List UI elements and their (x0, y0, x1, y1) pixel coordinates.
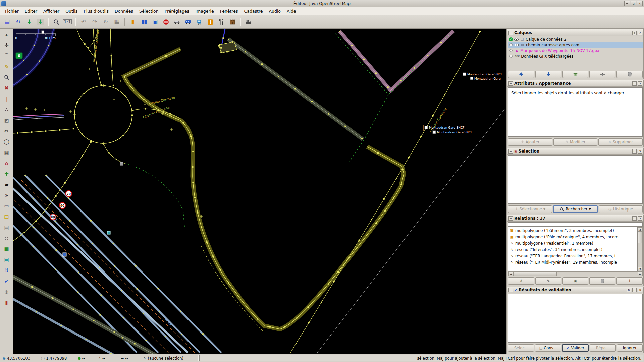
undo-tool-button[interactable]: ↶ (78, 17, 89, 27)
menu-donnees[interactable]: Données (112, 8, 136, 15)
eye-icon[interactable] (515, 43, 519, 47)
menu-selection[interactable]: Sélection (136, 8, 162, 15)
relation-item[interactable]: ▣multipolygone ("bâtiment", 3 membres, i… (508, 227, 637, 234)
layer-up-button[interactable] (508, 71, 534, 78)
layer-row-waypoints[interactable]: ▲ Marqueurs de Waypoints_15-NOV-17.gpx (508, 48, 643, 53)
delete-attribute-button[interactable]: ✕Supprimer (598, 138, 643, 146)
validate-tool-button[interactable]: ✔ (2, 276, 12, 286)
grid-tool-button[interactable]: ▦ (112, 17, 122, 27)
zoom-tool-button[interactable] (2, 72, 12, 82)
layer-row-gpx[interactable]: GPX Données GPX téléchargées (508, 53, 643, 59)
improve-accuracy-tool-button[interactable]: ∴ (2, 105, 12, 114)
relation-item[interactable]: ∿réseau ("TER Languedoc-Roussillon", 17 … (508, 253, 637, 259)
factory-preset-button[interactable] (244, 17, 254, 27)
scroll-right-icon[interactable]: ▶ (638, 272, 642, 276)
updown-tool-button[interactable]: ⇅ (2, 265, 12, 275)
menu-plus-outils[interactable]: Plus d'outils (80, 8, 112, 15)
stick-icon[interactable]: ▫ (632, 149, 637, 154)
relation-item[interactable]: ∿réseau ("Intercités", 34 membres, incom… (508, 246, 637, 253)
relation-item[interactable]: ⌂multipolygone ("residentiel", 1 membre) (508, 240, 637, 246)
scroll-up-button[interactable]: ▲ (2, 29, 12, 39)
refresh-icon[interactable]: ↻ (627, 288, 631, 292)
radio-icon[interactable] (509, 43, 513, 46)
more-tools-button[interactable]: » (2, 190, 12, 200)
car-preset-button[interactable] (172, 17, 182, 27)
download-gps-button[interactable]: ↓ (35, 17, 45, 27)
select-tool-button[interactable]: ✛ (2, 40, 12, 50)
validation-results-list[interactable] (508, 294, 643, 343)
edit-attribute-button[interactable]: ✎Modifier (553, 138, 598, 146)
radio-icon[interactable] (509, 55, 513, 58)
merge-layer-button[interactable] (562, 71, 589, 78)
note-tool-button[interactable]: ▤ (2, 212, 12, 222)
ignore-button[interactable]: Ignorer (617, 344, 643, 352)
building-tool-button[interactable]: ⌂ (2, 158, 12, 168)
teal-marker-icon[interactable] (107, 231, 110, 234)
delete-tool-button[interactable]: ✖ (2, 83, 12, 93)
scroll-up-icon[interactable]: ▲ (638, 227, 643, 232)
layer-row-osm[interactable]: ▤ chemin-carrosse-apres.osm (508, 42, 643, 48)
collapse-icon[interactable]: − (508, 81, 513, 86)
maximize-button[interactable]: ▫ (631, 1, 636, 6)
castle-preset-button[interactable] (227, 17, 237, 27)
minimize-button[interactable]: ─ (624, 1, 630, 6)
stick-icon[interactable]: ▫ (632, 216, 637, 221)
stop-preset-button[interactable]: ▣ (150, 17, 160, 27)
menu-editer[interactable]: Éditer (22, 8, 40, 15)
platform-preset-button[interactable]: ▮▮ (139, 17, 149, 27)
add-attribute-button[interactable]: ✚Ajouter (508, 138, 552, 146)
delete-relation-button[interactable] (589, 277, 615, 285)
menu-imagerie[interactable]: Imagerie (192, 8, 217, 15)
menu-fenetres[interactable]: Fenêtres (217, 8, 241, 15)
radio-icon[interactable] (509, 49, 513, 52)
zoom-100-button[interactable]: 1:1 (62, 17, 72, 27)
relation-item[interactable]: ∿réseau ("TER Midi-Pyrénées", 19 membres… (508, 259, 637, 265)
refresh-tool-button[interactable]: ↻ (101, 17, 111, 27)
stick-icon[interactable]: ▫ (632, 288, 637, 292)
bus-preset-button[interactable] (183, 17, 193, 27)
menu-outils[interactable]: Outils (62, 8, 80, 15)
add-node-tool-button[interactable]: ✚ (2, 169, 12, 179)
menu-aide[interactable]: Aide (284, 8, 299, 15)
relations-horizontal-scrollbar[interactable]: ◀ ▶ (508, 272, 643, 276)
small-marker-icon[interactable] (120, 162, 123, 165)
lasso-tool-button[interactable]: ⌒ (2, 51, 12, 61)
fix-button[interactable]: Répa... (590, 344, 615, 352)
teal-tool-button[interactable]: ▣ (2, 255, 12, 264)
circle-tool-button[interactable]: ◯ (2, 137, 12, 146)
relation-item[interactable]: ▣multipolygone ("Pôle mécanique", 4 memb… (508, 234, 637, 240)
stick-icon[interactable]: ▫ (632, 31, 637, 35)
tram-preset-button[interactable] (194, 17, 204, 27)
search-button[interactable]: Rechercher▼ (553, 205, 598, 213)
distribute-tool-button[interactable]: ∷ (2, 233, 12, 243)
menu-fichier[interactable]: Fichier (2, 8, 22, 15)
hazard-preset-button[interactable] (205, 17, 215, 27)
close-button[interactable]: ✕ (637, 1, 643, 6)
validation-lint-button[interactable]: ▤Cons... (535, 344, 561, 352)
duplicate-relation-button[interactable]: ▣ (562, 277, 589, 285)
collapse-icon[interactable]: − (508, 149, 513, 154)
traffic-signal-preset-button[interactable]: ▮ (128, 17, 138, 27)
close-panel-icon[interactable]: ✕ (638, 216, 642, 221)
restaurant-preset-button[interactable] (216, 17, 226, 27)
collapse-icon[interactable]: − (508, 216, 513, 221)
close-panel-icon[interactable]: ✕ (638, 81, 642, 86)
zoom-slider-marker[interactable] (42, 31, 44, 34)
align-tool-button[interactable]: ▦ (2, 147, 12, 157)
close-panel-icon[interactable]: ✕ (638, 288, 642, 292)
collapse-icon[interactable]: − (508, 288, 513, 292)
stick-icon[interactable]: ▫ (632, 81, 637, 86)
opacity-button[interactable] (589, 71, 615, 78)
menu-cadastre[interactable]: Cadastre (241, 8, 266, 15)
wrench-tool-button[interactable]: ⊕ (2, 287, 12, 297)
scrollbar-thumb[interactable] (513, 272, 557, 276)
map-canvas[interactable]: 0 30.0 m 0 70 90 (13, 29, 506, 354)
select-relation-button[interactable]: ✛ (616, 277, 643, 285)
pattern-tool-button[interactable]: ▤ (2, 223, 12, 232)
scroll-left-icon[interactable]: ◀ (508, 272, 513, 276)
new-layer-button[interactable]: ▤ (2, 17, 12, 27)
red-tool-button[interactable]: ▮ (2, 298, 12, 307)
validate-button[interactable]: ✔Valider (562, 344, 589, 352)
history-button[interactable]: ◷Historique (599, 205, 643, 213)
scroll-down-icon[interactable]: ▼ (638, 267, 643, 271)
